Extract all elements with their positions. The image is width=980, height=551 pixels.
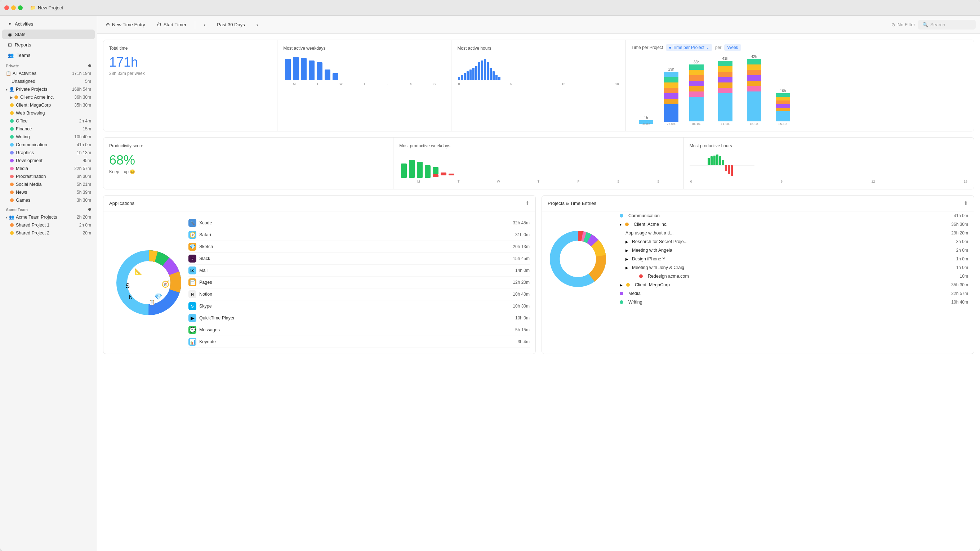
close-button[interactable] — [4, 5, 9, 10]
list-item: Media 22h 57m — [614, 289, 974, 298]
activities-icon: ✦ — [8, 21, 12, 27]
shared-project-1-item[interactable]: Shared Project 1 2h 0m — [0, 221, 97, 229]
weekdays-bar-chart: M T W T F S S — [283, 55, 445, 86]
svg-rect-75 — [401, 164, 407, 178]
list-item: ▶ Meeting with Jony & Craig 1h 0m — [614, 263, 974, 272]
maximize-button[interactable] — [18, 5, 23, 10]
svg-rect-48 — [747, 86, 761, 92]
news-item[interactable]: News 5h 39m — [0, 188, 97, 196]
svg-rect-84 — [708, 158, 710, 165]
add-private-icon[interactable]: ⊕ — [88, 64, 91, 68]
period-forward-button[interactable]: › — [252, 20, 262, 30]
add-team-icon[interactable]: ⊕ — [88, 207, 91, 212]
svg-rect-11 — [469, 70, 472, 80]
applications-panel-body: 📐 S N 💎 🧭 📋 — [103, 211, 535, 354]
applications-export-button[interactable]: ⬆ — [525, 200, 530, 207]
svg-rect-49 — [747, 81, 761, 86]
procrastination-item[interactable]: Procrastination 3h 30m — [0, 173, 97, 180]
filter-control[interactable]: ⊙ No Filter — [891, 22, 915, 27]
web-browsing-item[interactable]: Web Browsing — [0, 109, 97, 117]
svg-rect-85 — [711, 156, 713, 165]
svg-rect-10 — [466, 71, 469, 80]
productivity-score-cell: Productivity score 68% Keep it up 😊 — [103, 138, 393, 189]
main-content: ⊕ New Time Entry ⏱ Start Timer ‹ Past 30… — [97, 16, 980, 551]
games-item[interactable]: Games 3h 30m — [0, 196, 97, 204]
svg-rect-7 — [458, 77, 460, 80]
list-item: Communication 41h 0m — [614, 211, 974, 220]
svg-rect-2 — [301, 58, 307, 80]
svg-rect-46 — [718, 93, 732, 121]
svg-rect-89 — [722, 160, 724, 165]
list-item: N Notion 10h 40m — [188, 289, 530, 300]
office-item[interactable]: Office 2h 4m — [0, 117, 97, 125]
svg-rect-3 — [309, 60, 315, 80]
svg-text:–10.10.: –10.10. — [691, 125, 702, 126]
media-item[interactable]: Media 22h 57m — [0, 165, 97, 173]
graphics-item[interactable]: Graphics 1h 13m — [0, 149, 97, 157]
all-activities-item[interactable]: 📋 All Activities 171h 19m — [0, 70, 97, 78]
svg-text:💎: 💎 — [154, 293, 162, 301]
svg-rect-28 — [664, 77, 678, 83]
sidebar-item-stats[interactable]: ◉ Stats — [2, 30, 95, 39]
finance-item[interactable]: Finance 15m — [0, 125, 97, 133]
total-time-cell: Total time 171h 28h 33m per week — [103, 40, 277, 131]
client-megacorp-item[interactable]: Client: MegaCorp 35h 30m — [0, 101, 97, 109]
svg-rect-15 — [481, 60, 483, 80]
period-back-button[interactable]: ‹ — [200, 20, 210, 30]
list-item: ✉ Mail 14h 0m — [188, 265, 530, 276]
svg-rect-18 — [490, 68, 492, 80]
svg-rect-30 — [664, 104, 678, 122]
search-box[interactable]: 🔍 Search — [918, 20, 976, 30]
social-media-item[interactable]: Social Media 5h 21m — [0, 180, 97, 188]
sidebar-item-activities[interactable]: ✦ Activities — [2, 19, 95, 29]
window-title: 📁 New Project — [30, 5, 63, 10]
svg-rect-0 — [285, 59, 291, 80]
svg-rect-40 — [718, 88, 732, 93]
hours-bar-chart: 061218 — [457, 55, 619, 86]
svg-rect-58 — [776, 100, 790, 104]
reports-icon: ⊞ — [8, 42, 12, 48]
bottom-panels: Applications ⬆ — [103, 195, 974, 354]
development-item[interactable]: Development 45m — [0, 157, 97, 165]
svg-text:–03.10.: –03.10. — [666, 125, 677, 126]
list-item: App usage without a ti... 29h 20m — [614, 229, 974, 237]
svg-rect-79 — [433, 167, 439, 174]
stats-icon: ◉ — [8, 32, 12, 37]
svg-rect-41 — [718, 83, 732, 88]
writing-item[interactable]: Writing 10h 40m — [0, 133, 97, 141]
sidebar-item-teams[interactable]: 👥 Teams — [2, 51, 95, 60]
svg-text:29h: 29h — [668, 67, 674, 71]
list-item: 🧭 Safari 31h 0m — [188, 229, 530, 241]
svg-rect-13 — [475, 66, 477, 80]
project-select[interactable]: ● Time per Project ⌄ — [666, 44, 712, 51]
sidebar: ✦ Activities ◉ Stats ⊞ Reports 👥 Teams P… — [0, 16, 97, 551]
most-productive-weekdays-cell: Most productive weekdays — [393, 138, 684, 189]
list-item: # Slack 15h 45m — [188, 253, 530, 265]
week-select[interactable]: Week — [724, 44, 741, 51]
svg-rect-29 — [664, 71, 678, 77]
sidebar-item-reports[interactable]: ⊞ Reports — [2, 40, 95, 50]
svg-rect-80 — [433, 174, 439, 177]
svg-text:🧭: 🧭 — [161, 280, 170, 288]
communication-item[interactable]: Communication 41h 0m — [0, 141, 97, 149]
svg-rect-14 — [478, 62, 480, 80]
unassigned-item[interactable]: Unassigned 5m — [0, 78, 97, 85]
svg-rect-77 — [417, 162, 423, 178]
start-timer-button[interactable]: ⏱ Start Timer — [153, 20, 191, 30]
shared-project-2-item[interactable]: Shared Project 2 20m — [0, 229, 97, 237]
minimize-button[interactable] — [11, 5, 16, 10]
projects-export-button[interactable]: ⬆ — [963, 200, 968, 207]
private-projects-item[interactable]: ▾ 👤 Private Projects 168h 54m — [0, 85, 97, 93]
svg-rect-50 — [747, 75, 761, 81]
svg-rect-4 — [317, 62, 323, 80]
svg-text:–17.10.: –17.10. — [720, 125, 731, 126]
svg-rect-16 — [484, 59, 486, 80]
svg-rect-5 — [325, 70, 330, 80]
new-time-entry-button[interactable]: ⊕ New Time Entry — [102, 20, 150, 30]
list-item: ▶ Meeting with Angela 2h 0m — [614, 246, 974, 255]
svg-rect-88 — [719, 156, 721, 165]
client-acme-item[interactable]: ▶ Client: Acme Inc. 36h 30m — [0, 93, 97, 101]
acme-team-projects-item[interactable]: ▾ 👥 Acme Team Projects 2h 20m — [0, 213, 97, 221]
list-item: ▶ Design iPhone Y 1h 0m — [614, 255, 974, 263]
svg-rect-17 — [487, 62, 489, 80]
